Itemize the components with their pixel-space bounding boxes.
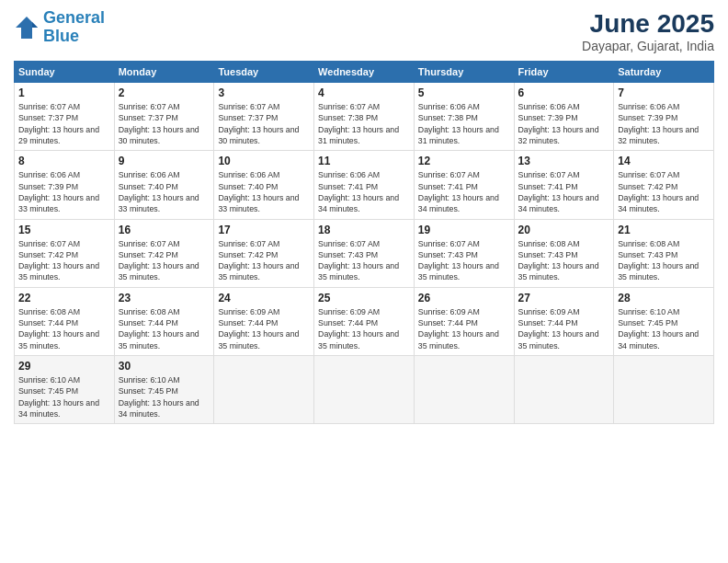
day-cell: 28 Sunrise: 6:10 AM Sunset: 7:45 PM Dayl… — [614, 287, 714, 355]
day-cell: 2 Sunrise: 6:07 AM Sunset: 7:37 PM Dayli… — [114, 83, 214, 151]
day-cell — [414, 356, 514, 424]
day-cell: 10 Sunrise: 6:06 AM Sunset: 7:40 PM Dayl… — [214, 151, 314, 219]
day-number: 10 — [218, 155, 310, 167]
day-number: 2 — [119, 86, 210, 99]
day-number: 13 — [518, 155, 610, 167]
col-header-saturday: Saturday — [614, 62, 714, 83]
day-number: 19 — [418, 224, 510, 236]
day-number: 27 — [518, 292, 610, 304]
week-row-5: 29 Sunrise: 6:10 AM Sunset: 7:45 PM Dayl… — [15, 356, 714, 424]
day-cell: 3 Sunrise: 6:07 AM Sunset: 7:37 PM Dayli… — [214, 83, 314, 151]
day-info: Sunrise: 6:07 AM Sunset: 7:41 PM Dayligh… — [518, 169, 610, 214]
col-header-thursday: Thursday — [414, 62, 514, 83]
week-row-1: 1 Sunrise: 6:07 AM Sunset: 7:37 PM Dayli… — [15, 83, 714, 151]
day-info: Sunrise: 6:06 AM Sunset: 7:39 PM Dayligh… — [518, 101, 610, 146]
week-row-4: 22 Sunrise: 6:08 AM Sunset: 7:44 PM Dayl… — [15, 287, 714, 355]
day-info: Sunrise: 6:06 AM Sunset: 7:39 PM Dayligh… — [618, 101, 710, 146]
day-number: 25 — [318, 292, 410, 304]
day-info: Sunrise: 6:07 AM Sunset: 7:37 PM Dayligh… — [119, 101, 210, 146]
day-info: Sunrise: 6:07 AM Sunset: 7:41 PM Dayligh… — [418, 169, 510, 214]
day-info: Sunrise: 6:07 AM Sunset: 7:43 PM Dayligh… — [318, 238, 410, 283]
day-info: Sunrise: 6:07 AM Sunset: 7:38 PM Dayligh… — [318, 101, 410, 146]
day-number: 21 — [618, 224, 710, 236]
col-header-sunday: Sunday — [15, 62, 115, 83]
day-number: 15 — [18, 224, 110, 236]
day-info: Sunrise: 6:06 AM Sunset: 7:39 PM Dayligh… — [18, 169, 110, 214]
day-info: Sunrise: 6:08 AM Sunset: 7:43 PM Dayligh… — [618, 238, 710, 283]
day-info: Sunrise: 6:07 AM Sunset: 7:37 PM Dayligh… — [18, 101, 110, 146]
day-cell — [614, 356, 714, 424]
day-number: 9 — [119, 155, 210, 167]
day-number: 30 — [119, 360, 210, 373]
day-info: Sunrise: 6:08 AM Sunset: 7:44 PM Dayligh… — [18, 306, 110, 351]
day-cell: 5 Sunrise: 6:06 AM Sunset: 7:38 PM Dayli… — [414, 83, 514, 151]
day-number: 17 — [218, 224, 310, 236]
day-info: Sunrise: 6:10 AM Sunset: 7:45 PM Dayligh… — [618, 306, 710, 351]
logo-text: General Blue — [43, 9, 105, 46]
day-cell: 18 Sunrise: 6:07 AM Sunset: 7:43 PM Dayl… — [314, 219, 415, 287]
day-number: 29 — [18, 360, 110, 373]
col-header-tuesday: Tuesday — [214, 62, 314, 83]
day-info: Sunrise: 6:08 AM Sunset: 7:44 PM Dayligh… — [119, 306, 210, 351]
day-info: Sunrise: 6:09 AM Sunset: 7:44 PM Dayligh… — [518, 306, 610, 351]
day-number: 8 — [18, 155, 110, 167]
day-cell: 9 Sunrise: 6:06 AM Sunset: 7:40 PM Dayli… — [114, 151, 214, 219]
day-number: 1 — [18, 86, 110, 99]
day-info: Sunrise: 6:10 AM Sunset: 7:45 PM Dayligh… — [119, 374, 210, 419]
day-cell: 16 Sunrise: 6:07 AM Sunset: 7:42 PM Dayl… — [114, 219, 214, 287]
page: General Blue June 2025 Dayapar, Gujarat,… — [0, 0, 728, 563]
day-cell: 22 Sunrise: 6:08 AM Sunset: 7:44 PM Dayl… — [15, 287, 115, 355]
day-info: Sunrise: 6:07 AM Sunset: 7:37 PM Dayligh… — [218, 101, 310, 146]
day-info: Sunrise: 6:07 AM Sunset: 7:43 PM Dayligh… — [418, 238, 510, 283]
day-cell: 14 Sunrise: 6:07 AM Sunset: 7:42 PM Dayl… — [614, 151, 714, 219]
day-cell: 29 Sunrise: 6:10 AM Sunset: 7:45 PM Dayl… — [15, 356, 115, 424]
day-number: 11 — [318, 155, 410, 167]
day-number: 4 — [318, 86, 410, 99]
logo: General Blue — [14, 9, 105, 46]
title-area: June 2025 Dayapar, Gujarat, India — [582, 9, 714, 53]
day-cell: 21 Sunrise: 6:08 AM Sunset: 7:43 PM Dayl… — [614, 219, 714, 287]
calendar-table: SundayMondayTuesdayWednesdayThursdayFrid… — [14, 61, 714, 424]
day-number: 28 — [618, 292, 710, 304]
logo-icon — [14, 15, 40, 40]
day-info: Sunrise: 6:09 AM Sunset: 7:44 PM Dayligh… — [418, 306, 510, 351]
day-cell: 24 Sunrise: 6:09 AM Sunset: 7:44 PM Dayl… — [214, 287, 314, 355]
month-title: June 2025 — [582, 9, 714, 39]
day-number: 16 — [119, 224, 210, 236]
day-number: 18 — [318, 224, 410, 236]
day-cell: 7 Sunrise: 6:06 AM Sunset: 7:39 PM Dayli… — [614, 83, 714, 151]
day-info: Sunrise: 6:07 AM Sunset: 7:42 PM Dayligh… — [119, 238, 210, 283]
day-cell: 25 Sunrise: 6:09 AM Sunset: 7:44 PM Dayl… — [314, 287, 415, 355]
day-cell: 20 Sunrise: 6:08 AM Sunset: 7:43 PM Dayl… — [514, 219, 614, 287]
day-cell: 27 Sunrise: 6:09 AM Sunset: 7:44 PM Dayl… — [514, 287, 614, 355]
day-cell: 12 Sunrise: 6:07 AM Sunset: 7:41 PM Dayl… — [414, 151, 514, 219]
day-number: 6 — [518, 86, 610, 99]
day-cell: 15 Sunrise: 6:07 AM Sunset: 7:42 PM Dayl… — [15, 219, 115, 287]
day-cell: 30 Sunrise: 6:10 AM Sunset: 7:45 PM Dayl… — [114, 356, 214, 424]
day-number: 12 — [418, 155, 510, 167]
day-cell: 13 Sunrise: 6:07 AM Sunset: 7:41 PM Dayl… — [514, 151, 614, 219]
day-cell — [214, 356, 314, 424]
day-info: Sunrise: 6:09 AM Sunset: 7:44 PM Dayligh… — [318, 306, 410, 351]
day-cell — [314, 356, 415, 424]
day-number: 7 — [618, 86, 710, 99]
day-cell: 17 Sunrise: 6:07 AM Sunset: 7:42 PM Dayl… — [214, 219, 314, 287]
day-info: Sunrise: 6:07 AM Sunset: 7:42 PM Dayligh… — [618, 169, 710, 214]
day-cell — [514, 356, 614, 424]
day-cell: 23 Sunrise: 6:08 AM Sunset: 7:44 PM Dayl… — [114, 287, 214, 355]
week-row-3: 15 Sunrise: 6:07 AM Sunset: 7:42 PM Dayl… — [15, 219, 714, 287]
day-cell: 1 Sunrise: 6:07 AM Sunset: 7:37 PM Dayli… — [15, 83, 115, 151]
day-number: 3 — [218, 86, 310, 99]
day-cell: 6 Sunrise: 6:06 AM Sunset: 7:39 PM Dayli… — [514, 83, 614, 151]
day-number: 26 — [418, 292, 510, 304]
day-cell: 19 Sunrise: 6:07 AM Sunset: 7:43 PM Dayl… — [414, 219, 514, 287]
day-info: Sunrise: 6:07 AM Sunset: 7:42 PM Dayligh… — [218, 238, 310, 283]
day-number: 24 — [218, 292, 310, 304]
day-number: 23 — [119, 292, 210, 304]
day-info: Sunrise: 6:06 AM Sunset: 7:40 PM Dayligh… — [119, 169, 210, 214]
day-info: Sunrise: 6:06 AM Sunset: 7:38 PM Dayligh… — [418, 101, 510, 146]
day-number: 20 — [518, 224, 610, 236]
day-number: 14 — [618, 155, 710, 167]
day-cell: 8 Sunrise: 6:06 AM Sunset: 7:39 PM Dayli… — [15, 151, 115, 219]
col-header-wednesday: Wednesday — [314, 62, 415, 83]
